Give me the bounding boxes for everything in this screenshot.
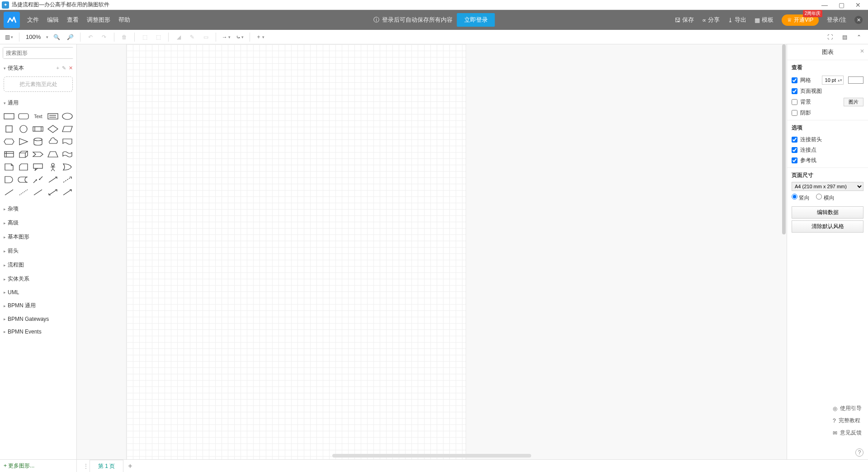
- shape-rounded-rect[interactable]: [17, 111, 30, 121]
- menu-help[interactable]: 帮助: [118, 16, 130, 24]
- clear-style-button[interactable]: 清除默认风格: [792, 220, 863, 233]
- shape-triangle[interactable]: [17, 137, 30, 147]
- zoom-level[interactable]: 100%: [26, 33, 41, 40]
- category-arrows[interactable]: ▸箭头: [0, 244, 76, 258]
- scratchpad-dropzone[interactable]: 把元素拖至此处: [4, 76, 73, 92]
- login-now-button[interactable]: 立即登录: [457, 13, 495, 27]
- page-setup-button[interactable]: ▥▾: [4, 32, 14, 43]
- grid-color-swatch[interactable]: [848, 76, 863, 84]
- image-button[interactable]: 图片: [844, 98, 863, 106]
- login-register-link[interactable]: 登录/注: [827, 16, 846, 24]
- shape-arrow-diag[interactable]: [47, 175, 59, 185]
- edit-icon[interactable]: ✎: [62, 65, 66, 71]
- grid-checkbox[interactable]: [792, 77, 797, 83]
- general-header[interactable]: ▾ 通用: [0, 96, 76, 110]
- shape-line2[interactable]: [32, 187, 44, 197]
- shape-rect[interactable]: [3, 111, 15, 121]
- shape-textbox[interactable]: [47, 111, 59, 121]
- shape-ellipse[interactable]: [61, 111, 74, 121]
- share-action[interactable]: ∝分享: [702, 16, 720, 24]
- portrait-radio-label[interactable]: 竖向: [792, 194, 810, 202]
- canvas-page[interactable]: [127, 44, 466, 459]
- to-front-button[interactable]: ⬚: [139, 32, 150, 43]
- shape-actor[interactable]: [47, 162, 59, 172]
- shape-text[interactable]: Text: [32, 111, 44, 121]
- category-entity[interactable]: ▸实体关系: [0, 272, 76, 286]
- menu-view[interactable]: 查看: [67, 16, 79, 24]
- landscape-radio-label[interactable]: 横向: [816, 194, 834, 202]
- shape-and[interactable]: [3, 175, 15, 185]
- guides-checkbox[interactable]: [792, 157, 797, 163]
- insert-button[interactable]: ＋▾: [255, 32, 265, 43]
- background-checkbox[interactable]: [792, 99, 797, 105]
- help-corner-icon[interactable]: ?: [855, 448, 863, 457]
- conn-arrows-checkbox[interactable]: [792, 137, 797, 143]
- landscape-radio[interactable]: [816, 194, 822, 200]
- search-input[interactable]: [3, 48, 76, 58]
- menu-file[interactable]: 文件: [27, 16, 39, 24]
- undo-button[interactable]: ↶: [85, 32, 96, 43]
- shape-parallelogram[interactable]: [61, 124, 74, 134]
- page-tab-1[interactable]: 第 1 页: [90, 460, 123, 472]
- grid-size-input[interactable]: [822, 77, 837, 83]
- scratchpad-header[interactable]: ▾ 便笺本 + ✎ ✕: [0, 62, 76, 75]
- minimize-button[interactable]: —: [821, 1, 828, 9]
- fill-color-button[interactable]: ◢: [173, 32, 184, 43]
- shape-document[interactable]: [61, 137, 74, 147]
- shape-card[interactable]: [17, 162, 30, 172]
- shape-process[interactable]: [32, 124, 44, 134]
- shape-hexagon[interactable]: [3, 137, 15, 147]
- pages-menu-icon[interactable]: ⋮: [82, 463, 90, 469]
- shape-cube[interactable]: [17, 149, 30, 159]
- category-uml[interactable]: ▸UML: [0, 286, 76, 299]
- close-icon[interactable]: ✕: [69, 65, 73, 71]
- conn-points-checkbox[interactable]: [792, 147, 797, 153]
- shape-data-storage[interactable]: [17, 175, 30, 185]
- shape-step[interactable]: [32, 149, 44, 159]
- shadow-checkbox[interactable]: [792, 110, 797, 116]
- category-bpmn-gateways[interactable]: ▸BPMN Gateways: [0, 313, 76, 325]
- line-color-button[interactable]: ✎: [187, 32, 198, 43]
- category-flowchart[interactable]: ▸流程图: [0, 258, 76, 272]
- menu-edit[interactable]: 编辑: [47, 16, 59, 24]
- redo-button[interactable]: ↷: [99, 32, 109, 43]
- help-guide[interactable]: ◎使用引导: [833, 405, 862, 412]
- help-feedback[interactable]: ✉意见反馈: [833, 429, 862, 437]
- shape-line[interactable]: [3, 187, 15, 197]
- format-panel-toggle[interactable]: ▤: [839, 32, 850, 43]
- collapse-button[interactable]: ⌃: [854, 32, 864, 43]
- category-bpmn-general[interactable]: ▸BPMN 通用: [0, 299, 76, 313]
- zoom-out-button[interactable]: 🔎: [65, 32, 75, 43]
- canvas[interactable]: [77, 44, 787, 459]
- category-misc[interactable]: ▸杂项: [0, 202, 76, 216]
- page-view-checkbox[interactable]: [792, 88, 797, 94]
- category-advanced[interactable]: ▸高级: [0, 216, 76, 230]
- shape-cylinder[interactable]: [32, 137, 44, 147]
- panel-close-icon[interactable]: ✕: [860, 48, 864, 54]
- fullscreen-button[interactable]: ⛶: [825, 32, 835, 43]
- shape-circle[interactable]: [17, 124, 30, 134]
- shape-bidirectional-arrow[interactable]: [32, 175, 44, 185]
- help-tutorial[interactable]: ?完整教程: [833, 417, 862, 424]
- header-close-icon[interactable]: ✕: [854, 16, 863, 24]
- waypoint-button[interactable]: ⤿▾: [234, 32, 245, 43]
- edit-data-button[interactable]: 编辑数据: [792, 206, 863, 219]
- shape-square[interactable]: [3, 124, 15, 134]
- vip-button[interactable]: ♕ 开通VIP 2周年庆: [782, 14, 819, 26]
- shape-dashed-line[interactable]: [17, 187, 30, 197]
- shape-diamond[interactable]: [47, 124, 59, 134]
- zoom-dropdown-icon[interactable]: ▾: [46, 35, 48, 39]
- more-shapes-button[interactable]: + 更多图形...: [4, 462, 34, 470]
- delete-button[interactable]: 🗑: [119, 32, 130, 43]
- shape-cloud[interactable]: [47, 137, 59, 147]
- stepper-icon[interactable]: ▴▾: [837, 78, 843, 82]
- page-size-select[interactable]: A4 (210 mm x 297 mm): [792, 182, 863, 191]
- shape-trapezoid[interactable]: [47, 149, 59, 159]
- menu-adjust[interactable]: 调整图形: [87, 16, 110, 24]
- category-bpmn-events[interactable]: ▸BPMN Events: [0, 325, 76, 338]
- add-page-button[interactable]: +: [128, 462, 132, 470]
- to-back-button[interactable]: ⬚: [153, 32, 164, 43]
- connection-button[interactable]: →▾: [221, 32, 231, 43]
- vertical-scrollbar[interactable]: [782, 44, 786, 234]
- shadow-button[interactable]: ▭: [200, 32, 211, 43]
